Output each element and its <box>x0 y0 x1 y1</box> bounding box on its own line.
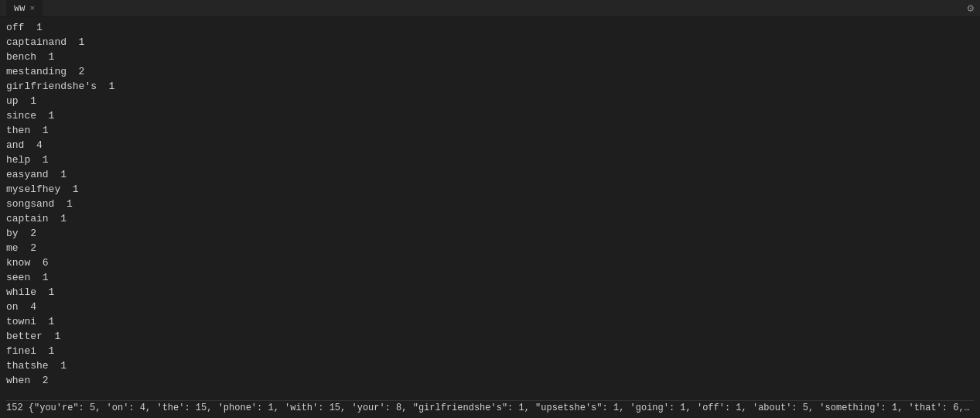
list-item: girlfriendshe's 1 <box>6 79 974 94</box>
list-item: captain 1 <box>6 211 974 226</box>
list-item: know 6 <box>6 255 974 270</box>
list-item: finei 1 <box>6 344 974 358</box>
title-bar: ww × ⚙ <box>0 0 980 17</box>
list-item: bench 1 <box>6 50 974 64</box>
list-item: mestanding 2 <box>6 64 974 79</box>
list-item: off 1 <box>6 20 974 35</box>
status-bar: 152 {"you're": 5, 'on': 4, 'the': 15, 'p… <box>6 400 974 415</box>
list-item: when 2 <box>6 373 974 388</box>
list-item: help 1 <box>6 152 974 167</box>
tab-label: ww <box>14 3 25 14</box>
list-item: captainand 1 <box>6 35 974 50</box>
list-item: better 1 <box>6 329 974 344</box>
list-item: since 1 <box>6 108 974 123</box>
list-item: then 1 <box>6 123 974 138</box>
tab-close-icon[interactable]: × <box>29 4 35 13</box>
list-item: myselfhey 1 <box>6 182 974 197</box>
list-item: by 2 <box>6 226 974 241</box>
list-item: songsand 1 <box>6 197 974 211</box>
list-item: up 1 <box>6 94 974 108</box>
list-item: me 2 <box>6 241 974 255</box>
main-list: off 1captainand 1bench 1mestanding 2girl… <box>6 20 974 400</box>
tab[interactable]: ww × <box>6 0 43 16</box>
tab-area: ww × <box>6 0 43 16</box>
list-item: towni 1 <box>6 314 974 329</box>
content-area: off 1captainand 1bench 1mestanding 2girl… <box>0 17 980 418</box>
list-item: easyand 1 <box>6 167 974 182</box>
list-item: on 4 <box>6 300 974 314</box>
list-item: while 1 <box>6 285 974 300</box>
list-item: seen 1 <box>6 270 974 285</box>
gear-icon[interactable]: ⚙ <box>968 2 974 15</box>
list-item: thatshe 1 <box>6 358 974 373</box>
list-item: and 4 <box>6 138 974 152</box>
